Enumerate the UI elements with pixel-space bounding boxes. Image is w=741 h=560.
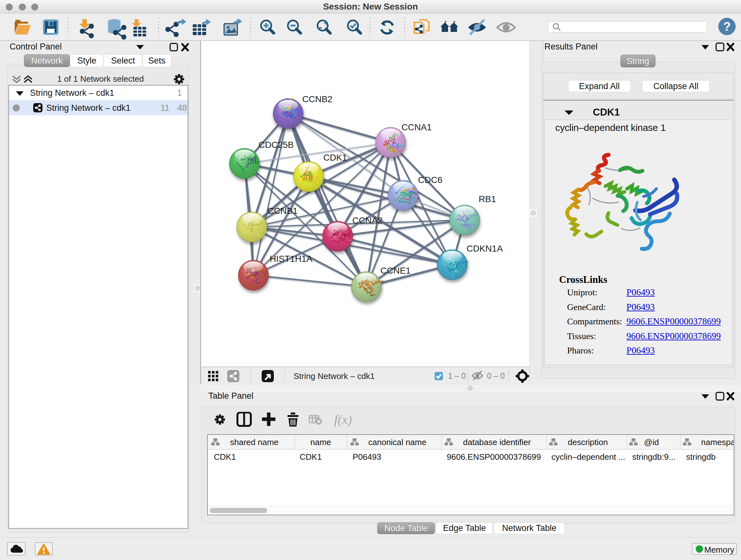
svg-text:HIST1H1A: HIST1H1A <box>270 254 313 264</box>
svg-text:RB1: RB1 <box>479 194 496 204</box>
svg-text:CDC6: CDC6 <box>418 175 442 185</box>
svg-text:CCNB1: CCNB1 <box>267 206 298 216</box>
svg-text:CDC25B: CDC25B <box>259 140 293 150</box>
svg-text:CCNA2: CCNA2 <box>352 215 383 226</box>
svg-text:CCNE1: CCNE1 <box>381 266 411 275</box>
svg-text:CDKN1A: CDKN1A <box>467 244 503 253</box>
svg-text:CCNB2: CCNB2 <box>302 94 333 104</box>
svg-text:CCNA1: CCNA1 <box>401 122 432 132</box>
svg-text:f(x): f(x) <box>334 413 352 427</box>
svg-text:CDK1: CDK1 <box>323 152 347 163</box>
